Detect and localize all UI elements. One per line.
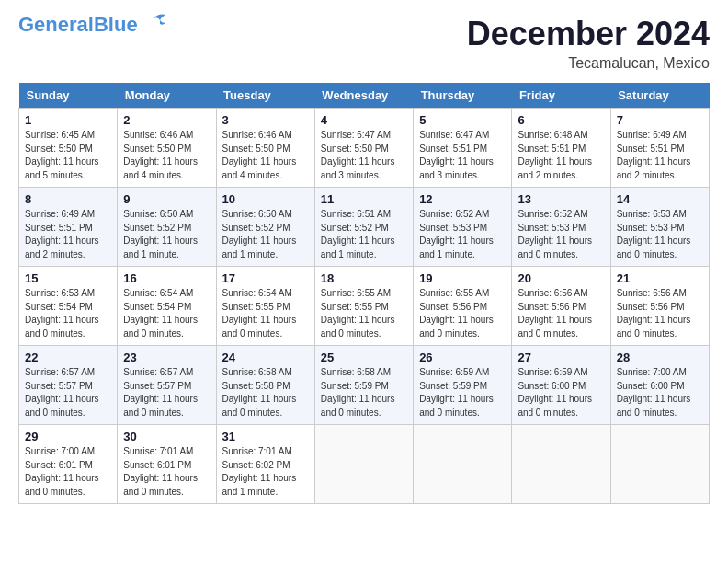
day-number: 19 bbox=[419, 271, 506, 285]
day-number: 14 bbox=[617, 192, 703, 206]
day-info: Sunrise: 6:59 AMSunset: 5:59 PMDaylight:… bbox=[419, 366, 506, 419]
day-info: Sunrise: 6:47 AMSunset: 5:51 PMDaylight:… bbox=[419, 129, 506, 182]
day-info: Sunrise: 6:46 AMSunset: 5:50 PMDaylight:… bbox=[222, 129, 309, 182]
calendar-cell[interactable]: 24Sunrise: 6:58 AMSunset: 5:58 PMDayligh… bbox=[216, 346, 314, 425]
title-area: December 2024 Tecamalucan, Mexico bbox=[467, 15, 710, 72]
day-number: 26 bbox=[419, 350, 506, 364]
calendar-cell[interactable]: 12Sunrise: 6:52 AMSunset: 5:53 PMDayligh… bbox=[414, 188, 512, 267]
logo-text: GeneralBlue bbox=[18, 15, 138, 35]
day-number: 4 bbox=[321, 113, 407, 127]
day-number: 1 bbox=[25, 113, 111, 127]
day-info: Sunrise: 6:46 AMSunset: 5:50 PMDaylight:… bbox=[123, 129, 210, 182]
day-number: 18 bbox=[321, 271, 407, 285]
calendar-cell[interactable]: 29Sunrise: 7:00 AMSunset: 6:01 PMDayligh… bbox=[19, 425, 118, 504]
week-row-1: 1Sunrise: 6:45 AMSunset: 5:50 PMDaylight… bbox=[19, 109, 710, 188]
calendar-cell[interactable]: 15Sunrise: 6:53 AMSunset: 5:54 PMDayligh… bbox=[19, 267, 118, 346]
calendar-cell[interactable]: 17Sunrise: 6:54 AMSunset: 5:55 PMDayligh… bbox=[216, 267, 314, 346]
week-row-4: 22Sunrise: 6:57 AMSunset: 5:57 PMDayligh… bbox=[19, 346, 710, 425]
calendar-cell[interactable]: 4Sunrise: 6:47 AMSunset: 5:50 PMDaylight… bbox=[314, 109, 413, 188]
day-number: 24 bbox=[222, 350, 309, 364]
calendar-cell[interactable]: 27Sunrise: 6:59 AMSunset: 6:00 PMDayligh… bbox=[512, 346, 610, 425]
weekday-thursday: Thursday bbox=[414, 83, 512, 109]
weekday-tuesday: Tuesday bbox=[216, 83, 314, 109]
calendar-cell[interactable] bbox=[610, 425, 709, 504]
calendar-cell[interactable]: 23Sunrise: 6:57 AMSunset: 5:57 PMDayligh… bbox=[118, 346, 216, 425]
day-number: 15 bbox=[25, 271, 111, 285]
calendar-cell[interactable]: 6Sunrise: 6:48 AMSunset: 5:51 PMDaylight… bbox=[512, 109, 610, 188]
calendar-cell[interactable]: 21Sunrise: 6:56 AMSunset: 5:56 PMDayligh… bbox=[610, 267, 709, 346]
weekday-wednesday: Wednesday bbox=[314, 83, 413, 109]
calendar-cell[interactable] bbox=[314, 425, 413, 504]
calendar-cell[interactable]: 30Sunrise: 7:01 AMSunset: 6:01 PMDayligh… bbox=[118, 425, 216, 504]
calendar-table: SundayMondayTuesdayWednesdayThursdayFrid… bbox=[18, 83, 710, 504]
calendar-cell[interactable]: 28Sunrise: 7:00 AMSunset: 6:00 PMDayligh… bbox=[610, 346, 709, 425]
header: GeneralBlue December 2024 Tecamalucan, M… bbox=[18, 15, 710, 72]
calendar-cell[interactable]: 13Sunrise: 6:52 AMSunset: 5:53 PMDayligh… bbox=[512, 188, 610, 267]
location-title: Tecamalucan, Mexico bbox=[467, 55, 710, 72]
day-number: 3 bbox=[222, 113, 309, 127]
day-number: 29 bbox=[25, 430, 111, 443]
calendar-cell[interactable]: 1Sunrise: 6:45 AMSunset: 5:50 PMDaylight… bbox=[19, 109, 118, 188]
calendar-cell[interactable]: 7Sunrise: 6:49 AMSunset: 5:51 PMDaylight… bbox=[610, 109, 709, 188]
day-number: 2 bbox=[123, 113, 210, 127]
day-number: 28 bbox=[617, 350, 703, 364]
week-row-3: 15Sunrise: 6:53 AMSunset: 5:54 PMDayligh… bbox=[19, 267, 710, 346]
calendar-cell[interactable]: 8Sunrise: 6:49 AMSunset: 5:51 PMDaylight… bbox=[19, 188, 118, 267]
day-info: Sunrise: 6:50 AMSunset: 5:52 PMDaylight:… bbox=[123, 208, 210, 261]
day-info: Sunrise: 6:45 AMSunset: 5:50 PMDaylight:… bbox=[25, 129, 111, 182]
calendar-cell[interactable]: 9Sunrise: 6:50 AMSunset: 5:52 PMDaylight… bbox=[118, 188, 216, 267]
day-number: 12 bbox=[419, 192, 506, 206]
day-info: Sunrise: 6:55 AMSunset: 5:56 PMDaylight:… bbox=[419, 287, 506, 340]
calendar-cell[interactable]: 25Sunrise: 6:58 AMSunset: 5:59 PMDayligh… bbox=[314, 346, 413, 425]
day-info: Sunrise: 7:00 AMSunset: 6:01 PMDaylight:… bbox=[25, 445, 111, 499]
day-number: 10 bbox=[222, 192, 309, 206]
day-number: 25 bbox=[321, 350, 407, 364]
day-info: Sunrise: 6:57 AMSunset: 5:57 PMDaylight:… bbox=[123, 366, 210, 419]
day-info: Sunrise: 6:57 AMSunset: 5:57 PMDaylight:… bbox=[25, 366, 111, 419]
day-info: Sunrise: 6:54 AMSunset: 5:55 PMDaylight:… bbox=[222, 287, 309, 340]
calendar-cell[interactable]: 3Sunrise: 6:46 AMSunset: 5:50 PMDaylight… bbox=[216, 109, 314, 188]
calendar-cell[interactable]: 2Sunrise: 6:46 AMSunset: 5:50 PMDaylight… bbox=[118, 109, 216, 188]
day-info: Sunrise: 6:55 AMSunset: 5:55 PMDaylight:… bbox=[321, 287, 407, 340]
calendar-cell[interactable]: 5Sunrise: 6:47 AMSunset: 5:51 PMDaylight… bbox=[414, 109, 512, 188]
calendar-cell[interactable]: 18Sunrise: 6:55 AMSunset: 5:55 PMDayligh… bbox=[314, 267, 413, 346]
day-number: 21 bbox=[617, 271, 703, 285]
calendar-cell[interactable]: 20Sunrise: 6:56 AMSunset: 5:56 PMDayligh… bbox=[512, 267, 610, 346]
day-number: 6 bbox=[518, 113, 604, 127]
calendar-cell[interactable]: 19Sunrise: 6:55 AMSunset: 5:56 PMDayligh… bbox=[414, 267, 512, 346]
calendar-cell[interactable]: 11Sunrise: 6:51 AMSunset: 5:52 PMDayligh… bbox=[314, 188, 413, 267]
weekday-sunday: Sunday bbox=[19, 83, 118, 109]
calendar-cell[interactable]: 14Sunrise: 6:53 AMSunset: 5:53 PMDayligh… bbox=[610, 188, 709, 267]
calendar-cell[interactable]: 22Sunrise: 6:57 AMSunset: 5:57 PMDayligh… bbox=[19, 346, 118, 425]
day-number: 17 bbox=[222, 271, 309, 285]
day-number: 7 bbox=[617, 113, 703, 127]
day-number: 30 bbox=[123, 430, 210, 443]
calendar-cell[interactable]: 10Sunrise: 6:50 AMSunset: 5:52 PMDayligh… bbox=[216, 188, 314, 267]
calendar-cell[interactable] bbox=[512, 425, 610, 504]
day-number: 23 bbox=[123, 350, 210, 364]
calendar-cell[interactable]: 16Sunrise: 6:54 AMSunset: 5:54 PMDayligh… bbox=[118, 267, 216, 346]
month-title: December 2024 bbox=[467, 15, 710, 53]
day-info: Sunrise: 6:52 AMSunset: 5:53 PMDaylight:… bbox=[518, 208, 604, 261]
weekday-saturday: Saturday bbox=[610, 83, 709, 109]
day-info: Sunrise: 6:49 AMSunset: 5:51 PMDaylight:… bbox=[617, 129, 703, 182]
day-info: Sunrise: 6:49 AMSunset: 5:51 PMDaylight:… bbox=[25, 208, 111, 261]
calendar-cell[interactable]: 31Sunrise: 7:01 AMSunset: 6:02 PMDayligh… bbox=[216, 425, 314, 504]
week-row-2: 8Sunrise: 6:49 AMSunset: 5:51 PMDaylight… bbox=[19, 188, 710, 267]
weekday-monday: Monday bbox=[118, 83, 216, 109]
day-number: 13 bbox=[518, 192, 604, 206]
day-info: Sunrise: 6:48 AMSunset: 5:51 PMDaylight:… bbox=[518, 129, 604, 182]
day-info: Sunrise: 6:47 AMSunset: 5:50 PMDaylight:… bbox=[321, 129, 407, 182]
day-info: Sunrise: 6:50 AMSunset: 5:52 PMDaylight:… bbox=[222, 208, 309, 261]
calendar-cell[interactable] bbox=[414, 425, 512, 504]
day-info: Sunrise: 7:01 AMSunset: 6:02 PMDaylight:… bbox=[222, 445, 309, 499]
day-info: Sunrise: 7:00 AMSunset: 6:00 PMDaylight:… bbox=[617, 366, 703, 419]
day-number: 5 bbox=[419, 113, 506, 127]
logo-bird-icon bbox=[140, 11, 167, 31]
weekday-header-row: SundayMondayTuesdayWednesdayThursdayFrid… bbox=[19, 83, 710, 109]
calendar-cell[interactable]: 26Sunrise: 6:59 AMSunset: 5:59 PMDayligh… bbox=[414, 346, 512, 425]
day-number: 27 bbox=[518, 350, 604, 364]
day-number: 16 bbox=[123, 271, 210, 285]
logo: GeneralBlue bbox=[18, 15, 167, 35]
day-number: 22 bbox=[25, 350, 111, 364]
